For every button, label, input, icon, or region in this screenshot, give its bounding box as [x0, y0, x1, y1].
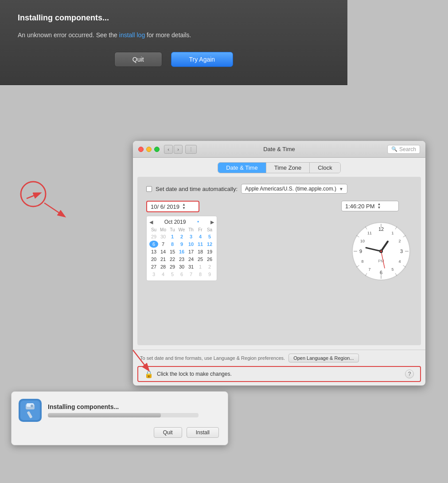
cal-day[interactable]: 9 [205, 271, 214, 278]
bottom-installer-info: Installing components... [48, 403, 199, 417]
cal-day[interactable]: 2 [205, 263, 214, 270]
help-button[interactable]: ? [405, 370, 414, 378]
cal-day[interactable]: 10 [187, 241, 195, 248]
tabs-bar: Date & Time Time Zone Clock [133, 158, 425, 177]
svg-text:5: 5 [391, 267, 393, 272]
installer-top-row: Installing components... [19, 399, 219, 422]
svg-text:11: 11 [367, 231, 372, 235]
date-spinner[interactable]: ▲ ▼ [182, 203, 186, 210]
cal-day[interactable]: 1 [168, 233, 177, 240]
tab-group: Date & Time Time Zone Clock [218, 162, 341, 173]
bottom-quit-button[interactable]: Quit [154, 427, 182, 438]
cal-day[interactable]: 2 [177, 233, 186, 240]
cal-day[interactable]: 5 [205, 233, 214, 240]
search-input[interactable]: Search [399, 146, 416, 152]
cal-day[interactable]: 23 [177, 256, 186, 263]
cal-day[interactable]: 17 [187, 248, 195, 255]
cal-day[interactable]: 20 [149, 256, 158, 263]
cal-day[interactable]: 29 [149, 233, 158, 240]
cal-header-mo: Mo [159, 227, 168, 233]
cal-day[interactable]: 6 [177, 271, 186, 278]
open-language-region-button[interactable]: Open Language & Region... [288, 354, 358, 362]
cal-day[interactable]: 14 [159, 248, 168, 255]
cal-day[interactable]: 27 [149, 263, 158, 270]
cal-day[interactable]: 5 [168, 271, 177, 278]
cal-day[interactable]: 18 [196, 248, 205, 255]
cal-day[interactable]: 30 [177, 263, 186, 270]
cal-day[interactable]: 7 [159, 241, 168, 248]
back-button[interactable]: ‹ [164, 145, 173, 154]
cal-day[interactable]: 24 [187, 256, 195, 263]
cal-day[interactable]: 8 [196, 271, 205, 278]
tab-clock[interactable]: Clock [310, 163, 340, 173]
lock-icon: 🔒 [144, 370, 153, 378]
close-button[interactable] [138, 147, 144, 152]
cal-next-button[interactable]: ▶ [210, 219, 214, 225]
auto-set-checkbox[interactable] [146, 186, 152, 192]
grid-button[interactable]: ⋮ [185, 145, 197, 154]
titlebar: ‹ › ⋮ Date & Time 🔍 Search [133, 141, 425, 158]
cal-day[interactable]: 22 [168, 256, 177, 263]
cal-day[interactable]: 25 [196, 256, 205, 263]
cal-day[interactable]: 11 [196, 241, 205, 248]
bottom-installer-title: Installing components... [48, 403, 199, 410]
cal-header-sa: Sa [205, 227, 214, 233]
cal-day[interactable]: 26 [205, 256, 214, 263]
cal-day[interactable]: 1 [196, 263, 205, 270]
cal-day[interactable]: 4 [196, 233, 205, 240]
cal-day[interactable]: 3 [187, 233, 195, 240]
date-input[interactable]: 10/ 6/ 2019 ▲ ▼ [146, 201, 199, 212]
tab-date-time[interactable]: Date & Time [218, 163, 266, 173]
install-log-link[interactable]: install log [119, 31, 145, 39]
cal-day[interactable]: 12 [205, 241, 214, 248]
svg-text:4: 4 [398, 259, 401, 264]
cal-day[interactable]: 4 [159, 271, 168, 278]
time-down-icon[interactable]: ▼ [378, 206, 381, 210]
cal-prev-button[interactable]: ◀ [149, 219, 153, 225]
date-time-row: 10/ 6/ 2019 ▲ ▼ ◀ Oct 2019 • ▶ [146, 201, 412, 282]
tab-timezone[interactable]: Time Zone [266, 163, 310, 173]
svg-text:7: 7 [368, 267, 370, 272]
cal-day[interactable]: 13 [149, 248, 158, 255]
cal-day[interactable]: 9 [177, 241, 186, 248]
bottom-install-button[interactable]: Install [187, 427, 219, 438]
cal-day[interactable]: 16 [177, 248, 186, 255]
cal-day[interactable]: 28 [159, 263, 168, 270]
cal-day[interactable]: 29 [168, 263, 177, 270]
svg-text:10: 10 [360, 239, 365, 243]
lang-region-text: To set date and time formats, use Langua… [140, 355, 285, 361]
svg-text:2: 2 [398, 239, 401, 243]
cal-day[interactable]: 21 [159, 256, 168, 263]
forward-button[interactable]: › [174, 145, 183, 154]
calendar: ◀ Oct 2019 • ▶ Su Mo Tu We Th Fr Sa [146, 216, 217, 281]
svg-text:6: 6 [380, 270, 382, 275]
cal-day[interactable]: 31 [187, 263, 195, 270]
date-down-icon[interactable]: ▼ [182, 206, 186, 210]
bottom-info-bar: To set date and time formats, use Langua… [133, 350, 425, 366]
cal-day[interactable]: 15 [168, 248, 177, 255]
analog-clock: 12 3 6 9 1 2 4 5 11 10 8 7 PM [350, 220, 412, 282]
time-input[interactable]: 1:46:20 PM ▲ ▼ [341, 201, 399, 211]
cal-day[interactable]: 7 [187, 271, 195, 278]
cal-header-tu: Tu [168, 227, 177, 233]
quit-button[interactable]: Quit [114, 52, 162, 67]
cal-day[interactable]: 19 [205, 248, 214, 255]
search-icon: 🔍 [391, 146, 397, 152]
svg-point-30 [380, 250, 382, 252]
svg-line-33 [44, 203, 64, 216]
top-installer-dialog: Installing components... An unknown erro… [0, 0, 347, 85]
search-box[interactable]: 🔍 Search [387, 145, 420, 154]
cal-day[interactable]: 30 [159, 233, 168, 240]
time-spinner[interactable]: ▲ ▼ [378, 203, 381, 210]
cal-day-selected[interactable]: 6 [149, 241, 158, 248]
minimize-button[interactable] [146, 147, 152, 152]
date-time-preferences-window: ‹ › ⋮ Date & Time 🔍 Search Date & Time T… [133, 141, 425, 386]
try-again-button[interactable]: Try Again [171, 52, 234, 67]
cal-day[interactable]: 8 [168, 241, 177, 248]
bottom-installer-buttons: Quit Install [19, 427, 219, 438]
installer-title: Installing components... [18, 13, 330, 23]
server-dropdown[interactable]: Apple Americas/U.S. (time.apple.com.) ▼ [241, 184, 347, 194]
cal-day[interactable]: 3 [149, 271, 158, 278]
progress-bar-container [48, 413, 199, 417]
fullscreen-button[interactable] [154, 147, 160, 152]
